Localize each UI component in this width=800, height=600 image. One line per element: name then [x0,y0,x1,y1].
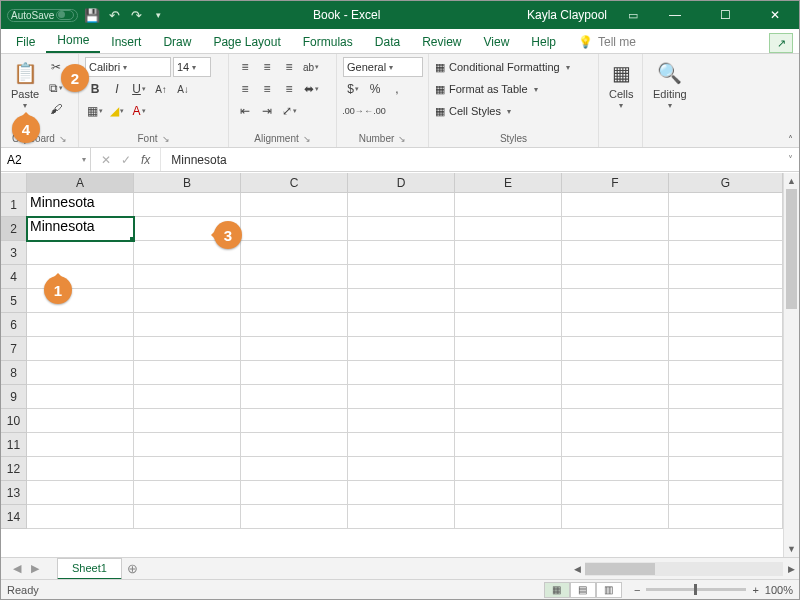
row-header-5[interactable]: 5 [1,289,27,313]
cell-C4[interactable] [241,265,348,289]
row-header-6[interactable]: 6 [1,313,27,337]
cell-B5[interactable] [134,289,241,313]
next-sheet-icon[interactable]: ▶ [31,562,39,575]
page-break-view-button[interactable]: ▥ [596,582,622,598]
cell-E10[interactable] [455,409,562,433]
select-all-corner[interactable] [1,173,27,193]
row-header-13[interactable]: 13 [1,481,27,505]
italic-button[interactable]: I [107,79,127,99]
cancel-formula-icon[interactable]: ✕ [101,153,111,167]
merge-button[interactable]: ⬌ [301,79,321,99]
cell-F2[interactable] [562,217,669,241]
percent-format-button[interactable]: % [365,79,385,99]
scroll-right-icon[interactable]: ▶ [783,564,799,574]
cell-E3[interactable] [455,241,562,265]
cell-G8[interactable] [669,361,783,385]
cell-A8[interactable] [27,361,134,385]
tab-draw[interactable]: Draw [152,31,202,53]
cell-G12[interactable] [669,457,783,481]
cell-G13[interactable] [669,481,783,505]
cell-E9[interactable] [455,385,562,409]
horizontal-scrollbar[interactable]: ◀ ▶ [569,561,799,577]
align-middle-button[interactable]: ≡ [257,57,277,77]
cell-G11[interactable] [669,433,783,457]
scroll-left-icon[interactable]: ◀ [569,564,585,574]
cell-B7[interactable] [134,337,241,361]
row-header-4[interactable]: 4 [1,265,27,289]
cell-F6[interactable] [562,313,669,337]
dialog-launcher-icon[interactable]: ↘ [59,134,67,144]
vertical-scrollbar[interactable]: ▲ ▼ [783,173,799,557]
editing-button[interactable]: 🔍Editing▾ [649,57,691,112]
cell-C7[interactable] [241,337,348,361]
cell-D12[interactable] [348,457,455,481]
cell-G5[interactable] [669,289,783,313]
qat-customize-icon[interactable]: ▾ [150,7,166,23]
cell-A4[interactable] [27,265,134,289]
cell-F5[interactable] [562,289,669,313]
scroll-thumb[interactable] [585,563,655,575]
cell-D2[interactable] [348,217,455,241]
cell-A2[interactable]: Minnesota [27,217,134,241]
column-header-F[interactable]: F [562,173,669,193]
new-sheet-button[interactable]: ⊕ [122,561,144,576]
cell-A5[interactable] [27,289,134,313]
zoom-in-button[interactable]: + [752,584,758,596]
row-header-1[interactable]: 1 [1,193,27,217]
cell-B10[interactable] [134,409,241,433]
share-button[interactable]: ↗ [769,33,793,53]
decrease-font-button[interactable]: A↓ [173,79,193,99]
scroll-thumb[interactable] [786,189,797,309]
cell-A10[interactable] [27,409,134,433]
maximize-button[interactable]: ☐ [703,1,747,29]
row-header-10[interactable]: 10 [1,409,27,433]
cell-C13[interactable] [241,481,348,505]
row-header-14[interactable]: 14 [1,505,27,529]
cell-A7[interactable] [27,337,134,361]
insert-function-icon[interactable]: fx [141,153,150,167]
cell-E12[interactable] [455,457,562,481]
paste-button[interactable]: 📋 Paste ▾ [7,57,43,112]
comma-format-button[interactable]: , [387,79,407,99]
cell-A13[interactable] [27,481,134,505]
ribbon-options-icon[interactable]: ▭ [619,1,647,29]
cell-B13[interactable] [134,481,241,505]
tab-help[interactable]: Help [520,31,567,53]
format-as-table-button[interactable]: ▦Format as Table▾ [435,79,570,99]
cell-C6[interactable] [241,313,348,337]
cells-button[interactable]: ▦Cells▾ [605,57,637,112]
cell-D7[interactable] [348,337,455,361]
zoom-out-button[interactable]: − [634,584,640,596]
row-header-9[interactable]: 9 [1,385,27,409]
cell-E6[interactable] [455,313,562,337]
formula-input[interactable]: Minnesota [161,148,781,171]
orientation-button[interactable]: ⤢ [279,101,299,121]
cell-G1[interactable] [669,193,783,217]
cell-E14[interactable] [455,505,562,529]
scroll-track[interactable] [784,189,799,541]
cells-grid[interactable]: MinnesotaMinnesota [27,193,783,557]
fill-color-button[interactable]: ◢ [107,101,127,121]
minimize-button[interactable]: — [653,1,697,29]
cell-C14[interactable] [241,505,348,529]
cell-G6[interactable] [669,313,783,337]
cell-E4[interactable] [455,265,562,289]
tab-home[interactable]: Home [46,29,100,53]
tab-insert[interactable]: Insert [100,31,152,53]
tab-file[interactable]: File [5,31,46,53]
align-left-button[interactable]: ≡ [235,79,255,99]
tab-view[interactable]: View [473,31,521,53]
cell-F4[interactable] [562,265,669,289]
cell-C2[interactable] [241,217,348,241]
cell-D11[interactable] [348,433,455,457]
autosave-toggle[interactable]: AutoSave [7,9,78,22]
cell-B4[interactable] [134,265,241,289]
cell-F13[interactable] [562,481,669,505]
cell-G3[interactable] [669,241,783,265]
cell-A9[interactable] [27,385,134,409]
cell-D5[interactable] [348,289,455,313]
align-bottom-button[interactable]: ≡ [279,57,299,77]
row-header-2[interactable]: 2 [1,217,27,241]
cell-D10[interactable] [348,409,455,433]
cell-D1[interactable] [348,193,455,217]
